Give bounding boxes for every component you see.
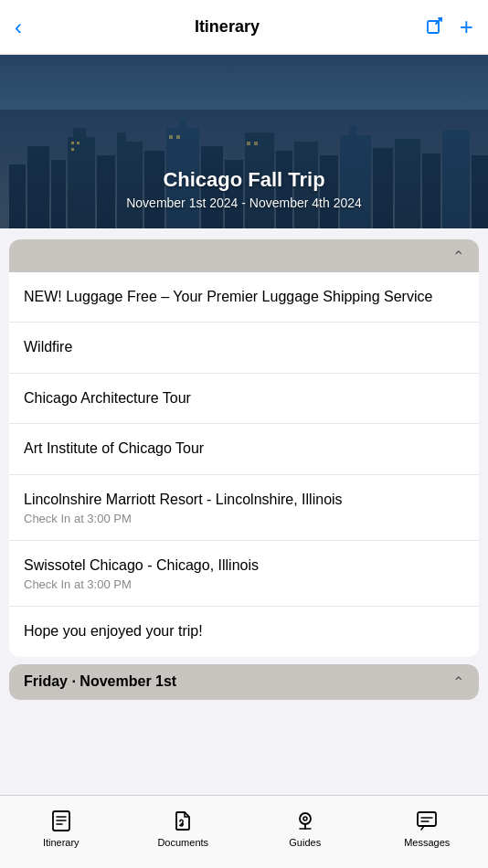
item-title: Art Institute of Chicago Tour bbox=[24, 439, 464, 459]
friday-section-title: Friday · November 1st bbox=[24, 673, 176, 690]
svg-point-37 bbox=[300, 813, 311, 824]
page-title: Itinerary bbox=[29, 17, 425, 37]
item-title: NEW! Luggage Free – Your Premier Luggage… bbox=[24, 287, 464, 307]
header-left: ‹ bbox=[15, 13, 29, 42]
all-items-header[interactable]: ⌃ bbox=[9, 239, 479, 272]
item-subtitle: Check In at 3:00 PM bbox=[24, 577, 464, 591]
messages-icon bbox=[414, 808, 440, 833]
friday-section-card: Friday · November 1st ⌃ bbox=[9, 664, 479, 700]
tab-guides-label: Guides bbox=[289, 837, 321, 848]
guides-icon bbox=[292, 808, 318, 833]
trip-title: Chicago Fall Trip bbox=[0, 168, 488, 192]
back-button[interactable]: ‹ bbox=[15, 13, 29, 42]
tab-documents-label: Documents bbox=[157, 837, 208, 848]
documents-icon bbox=[170, 808, 196, 833]
friday-section-header[interactable]: Friday · November 1st ⌃ bbox=[9, 664, 479, 700]
item-title: Wildfire bbox=[24, 337, 464, 357]
svg-point-38 bbox=[303, 817, 307, 820]
list-item[interactable]: Chicago Architecture Tour bbox=[9, 374, 479, 424]
item-title: Hope you enjoyed your trip! bbox=[24, 621, 464, 641]
list-item[interactable]: Wildfire bbox=[9, 323, 479, 373]
list-item[interactable]: Art Institute of Chicago Tour bbox=[9, 424, 479, 474]
list-item[interactable]: Swissotel Chicago - Chicago, Illinois Ch… bbox=[9, 541, 479, 607]
item-title: Swissotel Chicago - Chicago, Illinois bbox=[24, 556, 464, 576]
tab-messages-label: Messages bbox=[404, 837, 450, 848]
app-header: ‹ Itinerary + bbox=[0, 0, 488, 55]
share-button[interactable] bbox=[425, 15, 445, 39]
add-button[interactable]: + bbox=[460, 13, 473, 41]
tab-bar: Itinerary Documents Guides bbox=[0, 795, 488, 868]
tab-itinerary[interactable]: Itinerary bbox=[0, 808, 122, 848]
itinerary-icon bbox=[48, 808, 74, 833]
content-area: ⌃ NEW! Luggage Free – Your Premier Lugga… bbox=[0, 228, 488, 795]
chevron-up-icon: ⌃ bbox=[452, 248, 464, 265]
chevron-up-icon: ⌃ bbox=[452, 673, 464, 691]
item-title: Chicago Architecture Tour bbox=[24, 388, 464, 408]
trip-dates: November 1st 2024 - November 4th 2024 bbox=[0, 196, 488, 210]
tab-messages[interactable]: Messages bbox=[366, 808, 489, 848]
all-items-card: ⌃ NEW! Luggage Free – Your Premier Lugga… bbox=[9, 239, 479, 657]
item-subtitle: Check In at 3:00 PM bbox=[24, 512, 464, 525]
item-title: Lincolnshire Marriott Resort - Lincolnsh… bbox=[24, 490, 464, 510]
header-right: + bbox=[425, 13, 473, 41]
svg-rect-40 bbox=[418, 812, 436, 826]
tab-itinerary-label: Itinerary bbox=[43, 837, 80, 848]
hero-banner: Chicago Fall Trip November 1st 2024 - No… bbox=[0, 55, 488, 228]
list-item[interactable]: Lincolnshire Marriott Resort - Lincolnsh… bbox=[9, 475, 479, 541]
list-item[interactable]: NEW! Luggage Free – Your Premier Luggage… bbox=[9, 272, 479, 323]
hero-text: Chicago Fall Trip November 1st 2024 - No… bbox=[0, 168, 488, 228]
list-item[interactable]: Hope you enjoyed your trip! bbox=[9, 607, 479, 656]
tab-guides[interactable]: Guides bbox=[244, 808, 366, 848]
tab-documents[interactable]: Documents bbox=[122, 808, 245, 848]
